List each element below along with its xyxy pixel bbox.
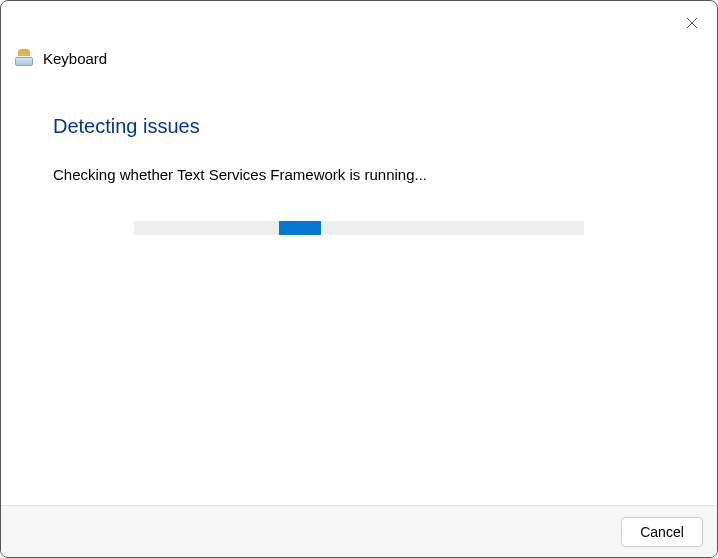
page-heading: Detecting issues [53, 115, 665, 138]
header: Keyboard [1, 1, 717, 67]
keyboard-icon [15, 49, 33, 67]
cancel-button[interactable]: Cancel [621, 517, 703, 547]
status-text: Checking whether Text Services Framework… [53, 166, 665, 183]
close-icon [686, 17, 698, 29]
close-button[interactable] [682, 13, 702, 33]
content-area: Detecting issues Checking whether Text S… [1, 67, 717, 235]
footer: Cancel [1, 505, 717, 557]
troubleshooter-title: Keyboard [43, 50, 107, 67]
progress-indicator [279, 221, 321, 235]
progress-bar [134, 221, 584, 235]
